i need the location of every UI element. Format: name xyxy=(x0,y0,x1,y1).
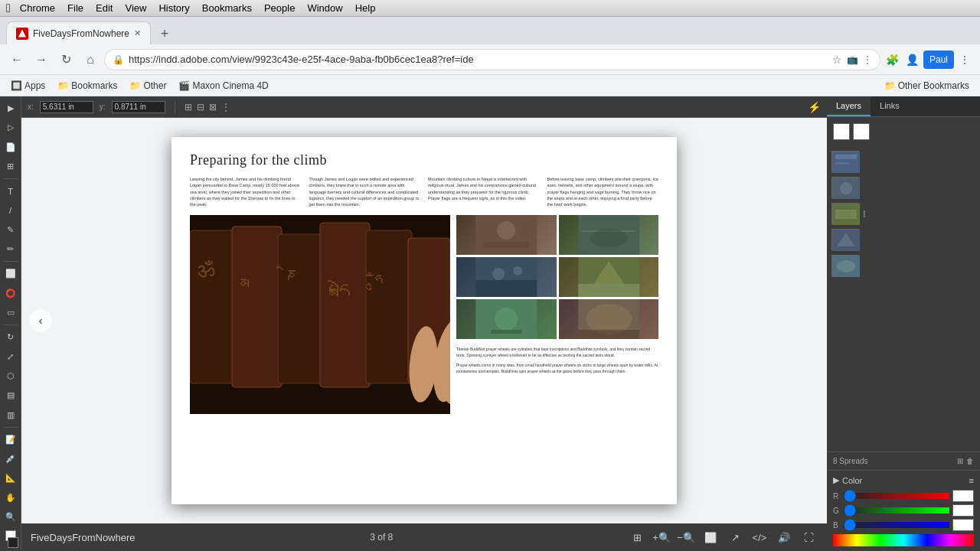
thumb-item-5[interactable] xyxy=(830,253,977,278)
tool-note[interactable]: 📝 xyxy=(2,431,20,448)
id-toolbox: ▶ ▷ 📄 ⊞ T / ✎ ✏ ⬜ ⭕ ▭ ↻ ⤢ ⬡ ▤ ▥ 📝 💉 📐 ✋ … xyxy=(0,96,21,551)
spreads-delete-icon[interactable]: 🗑 xyxy=(966,457,974,465)
tool-rect[interactable]: ▭ xyxy=(2,304,20,321)
tool-hand[interactable]: ✋ xyxy=(2,489,20,507)
color-spectrum[interactable] xyxy=(833,534,974,546)
photo-thumb-1[interactable] xyxy=(456,215,557,255)
color-panel-menu-icon[interactable]: ≡ xyxy=(969,476,974,485)
align-left-icon[interactable]: ⊞ xyxy=(185,102,192,112)
menu-help[interactable]: Help xyxy=(355,2,376,14)
x-input[interactable] xyxy=(40,101,93,113)
tool-measure[interactable]: 📐 xyxy=(2,469,20,487)
home-button[interactable]: ⌂ xyxy=(80,49,101,70)
distribute-icon[interactable]: ⋮ xyxy=(221,102,230,112)
forward-button[interactable]: → xyxy=(31,49,52,70)
new-tab-button[interactable]: + xyxy=(154,23,175,44)
tab-close-button[interactable]: ✕ xyxy=(134,28,141,38)
spreads-new-icon[interactable]: ⊞ xyxy=(957,457,963,465)
thumb-item-1[interactable] xyxy=(830,149,977,174)
tool-rotate[interactable]: ↻ xyxy=(2,328,20,346)
align-right-icon[interactable]: ⊠ xyxy=(209,102,217,112)
tool-pencil[interactable]: ✏ xyxy=(2,240,20,258)
extensions-icon[interactable]: 🧩 xyxy=(884,51,902,69)
tool-scale[interactable]: ⤢ xyxy=(2,347,20,365)
id-document-area: x: y: ⊞ ⊟ ⊠ ⋮ ⚡ ‹ xyxy=(21,96,827,551)
y-input[interactable] xyxy=(112,101,165,113)
tool-gradient-swatch[interactable]: ▤ xyxy=(2,386,20,404)
address-bar[interactable]: 🔒 https://indd.adobe.com/view/9923c43e-e… xyxy=(104,49,880,70)
menu-file[interactable]: File xyxy=(67,2,83,14)
bookmark-star-button[interactable]: ☆ xyxy=(832,54,842,66)
tool-rect-frame[interactable]: ⬜ xyxy=(2,265,20,282)
tool-ellipse-frame[interactable]: ⭕ xyxy=(2,285,20,302)
back-button[interactable]: ← xyxy=(6,49,28,70)
menu-bookmarks[interactable]: Bookmarks xyxy=(202,2,252,14)
tool-gap[interactable]: ⊞ xyxy=(2,158,20,175)
menu-window[interactable]: Window xyxy=(307,2,342,14)
user-icon[interactable]: 👤 xyxy=(903,51,922,69)
menu-history[interactable]: History xyxy=(158,2,189,14)
embed-button[interactable]: </> xyxy=(750,528,769,546)
tool-pen[interactable]: ✎ xyxy=(2,221,20,239)
apple-menu[interactable]:  xyxy=(6,2,11,15)
photo-thumb-3[interactable] xyxy=(456,257,557,297)
tool-zoom[interactable]: 🔍 xyxy=(2,508,20,526)
profile-button[interactable]: Paul xyxy=(923,51,954,69)
bookmark-bookmarks[interactable]: 📁 Bookmarks xyxy=(53,79,122,93)
align-center-icon[interactable]: ⊟ xyxy=(197,102,204,112)
thumb-item-3[interactable]: | xyxy=(830,201,977,226)
menu-people[interactable]: People xyxy=(264,2,295,14)
more-button[interactable]: ⋮ xyxy=(956,51,974,69)
tool-gradient-feather[interactable]: ▥ xyxy=(2,406,20,423)
color-b-value[interactable] xyxy=(952,519,974,531)
bookmark-apps[interactable]: 🔲 Apps xyxy=(6,79,50,93)
bookmarks-bar: 🔲 Apps 📁 Bookmarks 📁 Other 🎬 Maxon Cinem… xyxy=(0,75,980,96)
swatch-white[interactable] xyxy=(833,123,850,140)
cast-icon[interactable]: 📺 xyxy=(847,54,858,65)
share-button[interactable]: ↗ xyxy=(726,528,744,546)
color-panel-expand-icon[interactable]: ▶ xyxy=(833,475,839,485)
tool-line[interactable]: / xyxy=(2,201,20,219)
tool-direct-select[interactable]: ▷ xyxy=(2,119,20,136)
zoom-out-button[interactable]: −🔍 xyxy=(677,528,695,546)
stroke-box[interactable] xyxy=(8,537,18,548)
bookmark-maxon[interactable]: 🎬 Maxon Cinema 4D xyxy=(174,79,273,93)
color-r-label: R xyxy=(833,492,841,500)
photo-thumb-5[interactable] xyxy=(456,299,557,339)
color-g-value[interactable] xyxy=(952,504,974,517)
tool-shear[interactable]: ⬡ xyxy=(2,367,20,385)
color-b-slider[interactable] xyxy=(844,522,949,528)
lightning-icon[interactable]: ⚡ xyxy=(808,101,821,113)
color-r-value[interactable] xyxy=(952,490,974,502)
color-g-slider[interactable] xyxy=(844,507,949,514)
audio-button[interactable]: 🔊 xyxy=(775,528,793,546)
fit-page-button[interactable]: ⬜ xyxy=(701,528,720,546)
fullscreen-button[interactable]: ⛶ xyxy=(799,528,818,546)
bookmark-other-bookmarks[interactable]: 📁 Other Bookmarks xyxy=(880,79,974,93)
active-tab[interactable]: FiveDaysFromNowhere ✕ xyxy=(6,21,151,44)
tool-select[interactable]: ▶ xyxy=(2,99,20,117)
thumb-item-2[interactable] xyxy=(830,175,977,200)
bookmark-other[interactable]: 📁 Other xyxy=(125,79,171,93)
thumb-item-4[interactable] xyxy=(830,227,977,252)
tool-eyedropper[interactable]: 💉 xyxy=(2,450,20,468)
color-panel-title: ▶ Color ≡ xyxy=(833,475,974,485)
x-label: x: xyxy=(28,103,34,111)
tool-type[interactable]: T xyxy=(2,182,20,200)
tab-layers[interactable]: Layers xyxy=(827,96,871,116)
grid-view-button[interactable]: ⊞ xyxy=(628,528,646,546)
menu-chrome[interactable]: Chrome xyxy=(20,2,55,14)
zoom-in-button[interactable]: +🔍 xyxy=(652,528,671,546)
photo-thumb-6[interactable] xyxy=(559,299,659,339)
menu-edit[interactable]: Edit xyxy=(96,2,113,14)
tab-links[interactable]: Links xyxy=(871,96,909,116)
prev-page-button[interactable]: ‹ xyxy=(29,309,52,332)
photo-thumb-4[interactable] xyxy=(559,257,659,297)
menu-view[interactable]: View xyxy=(125,2,146,14)
color-r-slider[interactable] xyxy=(844,493,949,499)
swatch-white-2[interactable] xyxy=(853,123,870,140)
photo-thumb-2[interactable] xyxy=(559,215,659,255)
tool-page[interactable]: 📄 xyxy=(2,139,20,156)
menu-icon[interactable]: ⋮ xyxy=(863,54,872,65)
refresh-button[interactable]: ↻ xyxy=(55,49,77,70)
